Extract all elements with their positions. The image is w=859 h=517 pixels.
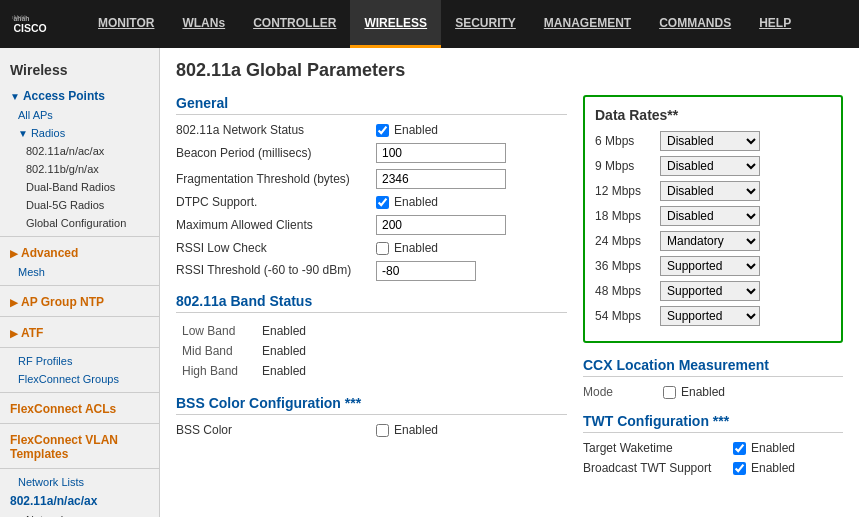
sidebar-item-atf[interactable]: ▶ ATF <box>0 321 159 343</box>
bss-color-label: BSS Color <box>176 423 376 437</box>
nav-wlans[interactable]: WLANs <box>168 0 239 48</box>
mid-band-row: Mid Band Enabled <box>176 341 567 361</box>
rate-12mbps-label: 12 Mbps <box>595 184 660 198</box>
rssi-low-checkbox-row: Enabled <box>376 241 438 255</box>
sidebar-divider-6 <box>0 423 159 424</box>
bss-color-checkbox-row: Enabled <box>376 423 438 437</box>
fragmentation-label: Fragmentation Threshold (bytes) <box>176 172 376 186</box>
rate-48mbps-select[interactable]: DisabledMandatorySupported <box>660 281 760 301</box>
rate-6mbps-select[interactable]: DisabledMandatorySupported <box>660 131 760 151</box>
sidebar: Wireless ▼ Access Points All APs ▼ Radio… <box>0 48 160 517</box>
twt-broadcast-checkbox-row: Enabled <box>733 461 795 475</box>
nav-controller[interactable]: CONTROLLER <box>239 0 350 48</box>
sidebar-item-mesh[interactable]: Mesh <box>0 263 159 281</box>
twt-broadcast-value: Enabled <box>751 461 795 475</box>
dtpc-label: DTPC Support. <box>176 195 376 209</box>
high-band-row: High Band Enabled <box>176 361 567 381</box>
main-content: 802.11a Global Parameters General 802.11… <box>160 48 859 517</box>
nav-monitor[interactable]: MONITOR <box>84 0 168 48</box>
rate-18mbps-label: 18 Mbps <box>595 209 660 223</box>
ccx-mode-checkbox[interactable] <box>663 386 676 399</box>
nav-commands[interactable]: COMMANDS <box>645 0 745 48</box>
twt-section: TWT Configuration *** Target Waketime En… <box>583 413 843 475</box>
rate-36mbps-label: 36 Mbps <box>595 259 660 273</box>
sidebar-item-dual-band[interactable]: Dual-Band Radios <box>0 178 159 196</box>
rssi-low-checkbox[interactable] <box>376 242 389 255</box>
network-status-row: 802.11a Network Status Enabled <box>176 123 567 137</box>
sidebar-item-network-lists[interactable]: Network Lists <box>0 473 159 491</box>
sidebar-item-rf-profiles[interactable]: RF Profiles <box>0 352 159 370</box>
bss-color-title: BSS Color Configuration *** <box>176 395 567 415</box>
sidebar-item-ap-group-ntp[interactable]: ▶ AP Group NTP <box>0 290 159 312</box>
dtpc-value: Enabled <box>394 195 438 209</box>
rssi-threshold-input[interactable] <box>376 261 476 281</box>
rssi-threshold-row: RSSI Threshold (-60 to -90 dBm) <box>176 261 567 281</box>
sidebar-item-advanced[interactable]: ▶ Advanced <box>0 241 159 263</box>
rate-36mbps-select[interactable]: DisabledMandatorySupported <box>660 256 760 276</box>
sidebar-item-80211a-bottom[interactable]: 802.11a/n/ac/ax <box>0 491 159 511</box>
fragmentation-input[interactable] <box>376 169 506 189</box>
dtpc-checkbox[interactable] <box>376 196 389 209</box>
low-band-label: Low Band <box>176 321 256 341</box>
svg-text:ılılıılılı: ılılıılılı <box>12 14 28 20</box>
nav-wireless[interactable]: WIRELESS <box>350 0 441 48</box>
rate-24mbps-select[interactable]: DisabledMandatorySupported <box>660 231 760 251</box>
atf-arrow: ▶ <box>10 328 18 339</box>
sidebar-item-80211b[interactable]: 802.11b/g/n/ax <box>0 160 159 178</box>
general-section-title: General <box>176 95 567 115</box>
sidebar-item-flexconnect-groups[interactable]: FlexConnect Groups <box>0 370 159 388</box>
sidebar-item-access-points[interactable]: ▼ Access Points <box>0 86 159 106</box>
band-status-table: Low Band Enabled Mid Band Enabled High B… <box>176 321 567 381</box>
beacon-period-input[interactable] <box>376 143 506 163</box>
mid-band-value: Enabled <box>256 341 567 361</box>
sidebar-item-all-aps[interactable]: All APs <box>0 106 159 124</box>
bss-color-checkbox[interactable] <box>376 424 389 437</box>
sidebar-item-80211a[interactable]: 802.11a/n/ac/ax <box>0 142 159 160</box>
ccx-mode-value: Enabled <box>681 385 725 399</box>
rate-36mbps-row: 36 Mbps DisabledMandatorySupported <box>595 256 831 276</box>
sidebar-item-flexconnect-acls[interactable]: FlexConnect ACLs <box>0 397 159 419</box>
sidebar-divider-2 <box>0 285 159 286</box>
sidebar-divider-4 <box>0 347 159 348</box>
dtpc-checkbox-row: Enabled <box>376 195 438 209</box>
twt-broadcast-checkbox[interactable] <box>733 462 746 475</box>
beacon-period-label: Beacon Period (millisecs) <box>176 146 376 160</box>
sidebar-item-dual-5g[interactable]: Dual-5G Radios <box>0 196 159 214</box>
rate-48mbps-label: 48 Mbps <box>595 284 660 298</box>
sidebar-item-radios[interactable]: ▼ Radios <box>0 124 159 142</box>
nav-security[interactable]: SECURITY <box>441 0 530 48</box>
rssi-low-row: RSSI Low Check Enabled <box>176 241 567 255</box>
twt-target-checkbox[interactable] <box>733 442 746 455</box>
ap-group-arrow: ▶ <box>10 297 18 308</box>
twt-target-value: Enabled <box>751 441 795 455</box>
sidebar-item-global-config[interactable]: Global Configuration <box>0 214 159 232</box>
rate-12mbps-select[interactable]: DisabledMandatorySupported <box>660 181 760 201</box>
page-title: 802.11a Global Parameters <box>176 60 843 81</box>
max-clients-row: Maximum Allowed Clients <box>176 215 567 235</box>
network-status-value: Enabled <box>394 123 438 137</box>
ccx-mode-label: Mode <box>583 385 663 399</box>
rate-6mbps-label: 6 Mbps <box>595 134 660 148</box>
mid-band-label: Mid Band <box>176 341 256 361</box>
data-rates-box: Data Rates** 6 Mbps DisabledMandatorySup… <box>583 95 843 343</box>
high-band-label: High Band <box>176 361 256 381</box>
sidebar-item-network-bottom[interactable]: Network <box>0 511 159 517</box>
sidebar-divider-3 <box>0 316 159 317</box>
ccx-mode-row: Mode Enabled <box>583 385 843 399</box>
rate-54mbps-label: 54 Mbps <box>595 309 660 323</box>
beacon-period-row: Beacon Period (millisecs) <box>176 143 567 163</box>
sidebar-item-flexconnect-vlan[interactable]: FlexConnect VLAN Templates <box>0 428 159 464</box>
network-status-checkbox[interactable] <box>376 124 389 137</box>
rssi-threshold-label: RSSI Threshold (-60 to -90 dBm) <box>176 263 376 279</box>
rate-18mbps-select[interactable]: DisabledMandatorySupported <box>660 206 760 226</box>
cisco-logo: ahah ılılıılılı CISCO <box>0 2 84 46</box>
sidebar-divider-5 <box>0 392 159 393</box>
nav-management[interactable]: MANAGEMENT <box>530 0 645 48</box>
rate-9mbps-label: 9 Mbps <box>595 159 660 173</box>
max-clients-input[interactable] <box>376 215 506 235</box>
twt-broadcast-row: Broadcast TWT Support Enabled <box>583 461 843 475</box>
network-status-label: 802.11a Network Status <box>176 123 376 137</box>
rate-9mbps-select[interactable]: DisabledMandatorySupported <box>660 156 760 176</box>
rate-54mbps-select[interactable]: DisabledMandatorySupported <box>660 306 760 326</box>
nav-help[interactable]: HELP <box>745 0 805 48</box>
